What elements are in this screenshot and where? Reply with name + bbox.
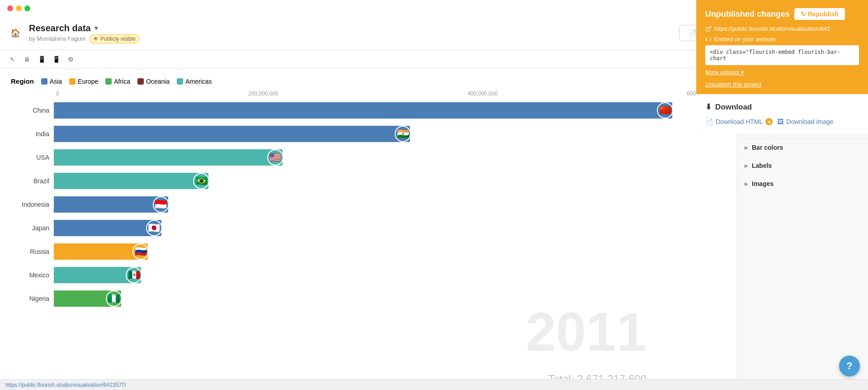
panel-section-images[interactable]: ▶Images [737, 175, 868, 193]
bar-wrapper: 🇷🇺 105,524,480 [54, 243, 726, 260]
africa-color-dot [105, 78, 112, 85]
axis-labels: 0 200,000,000 400,000,000 600,000,000 [11, 90, 726, 97]
public-url-link[interactable]: https://public.flourish.studio/visualisa… [705, 25, 859, 32]
arrow-icon[interactable]: ↖ [7, 54, 18, 65]
bar-fill[interactable]: 🇨🇳 [54, 102, 672, 119]
embed-section: Embed on your website <div class="flouri… [705, 36, 859, 76]
overlay-top: Unpublished changes ↻ Republish https://… [696, 0, 868, 94]
section-label: Images [752, 180, 774, 187]
window-controls [7, 5, 30, 11]
bar-label: Russia [11, 248, 54, 255]
minimize-dot[interactable] [16, 5, 22, 11]
overlay-panel: Unpublished changes ↻ Republish https://… [696, 0, 868, 133]
home-icon[interactable]: 🏠 [7, 25, 24, 41]
bars-container: China 🇨🇳 687,943,6... India 🇮🇳 394,299,6… [11, 100, 726, 309]
asia-label: Asia [50, 78, 62, 85]
embed-label-text: Embed on your website [714, 36, 776, 43]
overlay-title-text: Unpublished changes [705, 10, 790, 19]
project-title-text: Research data [29, 23, 91, 33]
bar-fill[interactable]: 🇺🇸 [54, 149, 283, 166]
bar-fill[interactable]: 🇧🇷 [54, 173, 208, 189]
download-title: ⬇ Download [705, 102, 859, 112]
bar-row: India 🇮🇳 394,299,605 [11, 124, 726, 144]
bar-row: Nigeria 🇳🇬 73,789,388 [11, 289, 726, 309]
desktop-icon[interactable]: 🖥 [22, 54, 33, 65]
toolbar-icon-group: ↖ 🖥 📱 📱 ⚙ [7, 54, 76, 65]
chart-area: Region Asia Europe Africa Oceania Americ… [0, 68, 737, 390]
bar-fill[interactable]: 🇳🇬 [54, 290, 121, 307]
eye-icon: 👁 [93, 36, 99, 42]
embed-label-row: Embed on your website [705, 36, 859, 43]
panel-section-labels[interactable]: ▶Labels [737, 157, 868, 175]
axis-400m: 400,000,000 [467, 90, 498, 97]
bar-label: Brazil [11, 177, 54, 185]
overlay-bottom: ⬇ Download 📄 Download HTML ★ 🖼 Download … [696, 94, 868, 133]
bar-fill[interactable]: 🇲🇽 [54, 267, 141, 283]
project-info: Research data ▾ by Mumtahina Faguni 👁 Pu… [29, 23, 679, 43]
bar-fill[interactable]: 🇮🇩 [54, 196, 168, 213]
bar-wrapper: 🇮🇳 394,299,605 [54, 126, 726, 142]
legend-item-asia: Asia [41, 78, 62, 85]
section-label: Labels [752, 162, 772, 169]
download-icon: ⬇ [705, 102, 712, 112]
bar-fill[interactable]: 🇯🇵 [54, 220, 161, 236]
more-options-link[interactable]: More options ▾ [705, 69, 859, 76]
visibility-label: Publicly visible [100, 36, 136, 42]
download-image-label: Download image [786, 118, 833, 125]
africa-label: Africa [114, 78, 130, 85]
chevron-right-icon: ▶ [745, 145, 748, 150]
author-text: by Mumtahina Faguni [29, 35, 85, 42]
html-file-icon: 📄 [705, 118, 713, 125]
close-dot[interactable] [7, 5, 13, 11]
legend-item-americas: Americas [177, 78, 212, 85]
bar-label: India [11, 130, 54, 138]
overlay-title-row: Unpublished changes ↻ Republish [705, 8, 859, 20]
public-url-text: https://public.flourish.studio/visualisa… [714, 25, 830, 32]
story-icon: 📄 [689, 29, 697, 37]
unpublish-link[interactable]: Unpublish this project [705, 81, 859, 88]
download-image-button[interactable]: 🖼 Download image [777, 118, 833, 125]
americas-color-dot [177, 78, 183, 85]
europe-color-dot [69, 78, 75, 85]
chart-legend: Region Asia Europe Africa Oceania Americ… [11, 77, 726, 85]
settings-icon[interactable]: ⚙ [65, 54, 76, 65]
bar-wrapper: 🇲🇽 93,784,268 [54, 267, 726, 283]
mobile-icon[interactable]: 📱 [51, 54, 61, 65]
download-html-button[interactable]: 📄 Download HTML ★ [705, 118, 773, 125]
embed-code-box[interactable]: <div class="flourish-embed flourish-bar-… [705, 45, 859, 65]
download-html-label: Download HTML [716, 118, 763, 125]
flag-icon: 🇨🇳 [657, 102, 673, 119]
bar-row: China 🇨🇳 687,943,6... [11, 100, 726, 120]
region-label: Region [11, 77, 34, 85]
bar-label: China [11, 107, 54, 114]
embed-code-text: <div class="flourish-embed flourish-bar-… [710, 49, 854, 62]
tablet-icon[interactable]: 📱 [36, 54, 47, 65]
chevron-right-icon: ▶ [745, 181, 748, 186]
flag-icon: 🇮🇳 [395, 126, 411, 142]
republish-label: ↻ Republish [801, 10, 839, 18]
bar-fill[interactable]: 🇮🇳 [54, 126, 410, 142]
bar-label: Japan [11, 224, 54, 232]
panel-section-bar-colors[interactable]: ▶Bar colors [737, 138, 868, 157]
bar-wrapper: 🇳🇬 73,789,388 [54, 290, 726, 307]
oceania-label: Oceania [146, 78, 170, 85]
section-label: Bar colors [752, 144, 783, 151]
republish-button[interactable]: ↻ Republish [794, 8, 845, 20]
maximize-dot[interactable] [24, 5, 30, 11]
title-chevron-icon[interactable]: ▾ [94, 24, 98, 32]
download-title-text: Download [715, 103, 752, 112]
bar-label: Mexico [11, 271, 54, 279]
bar-label: Nigeria [11, 295, 54, 302]
bar-label: Indonesia [11, 201, 54, 208]
bar-wrapper: 🇮🇩 125,784,499 [54, 196, 726, 213]
axis-200m: 200,000,000 [248, 90, 278, 97]
status-bar: https://public.flourish.studio/visualisa… [0, 379, 868, 390]
bar-wrapper: 🇧🇷 169,116,718 [54, 173, 726, 189]
europe-label: Europe [78, 78, 98, 85]
project-author-row: by Mumtahina Faguni 👁 Publicly visible [29, 34, 679, 43]
year-watermark: 2011 [526, 300, 646, 363]
status-url: https://public.flourish.studio/visualisa… [5, 382, 126, 388]
flag-icon: 🇺🇸 [267, 149, 283, 166]
help-button[interactable]: ? [839, 356, 860, 376]
bar-fill[interactable]: 🇷🇺 [54, 243, 148, 260]
